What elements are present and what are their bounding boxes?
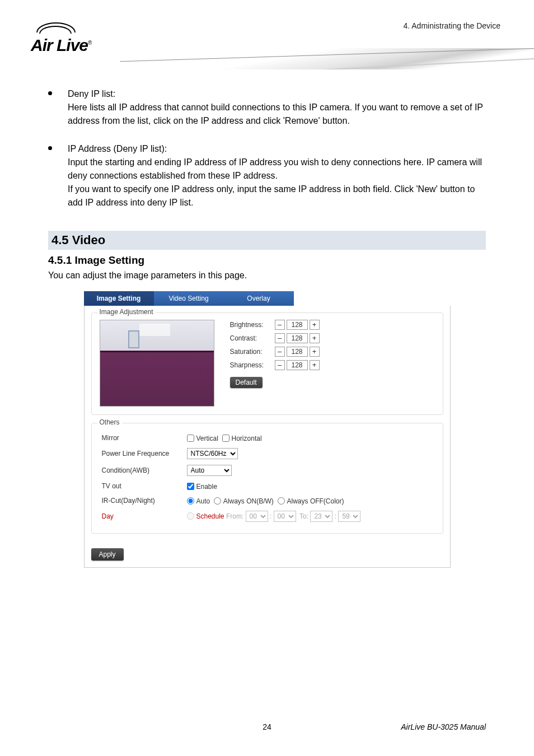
- ir-cut-label: IR-Cut(Day/Night): [101, 494, 185, 507]
- mirror-horizontal-label: Horizontal: [232, 435, 262, 442]
- ir-auto-radio[interactable]: [187, 497, 194, 505]
- day-row: Day Schedule From: 00 : 00 To: 23 : 59: [101, 508, 434, 524]
- camera-preview: [100, 320, 214, 407]
- settings-panel: Image Adjustment Brightness: – 128 +: [84, 306, 451, 568]
- condition-label: Condition(AWB): [101, 463, 185, 478]
- apply-button[interactable]: Apply: [91, 548, 124, 561]
- contrast-decrement[interactable]: –: [275, 333, 285, 343]
- bullet-item: Deny IP list: Here lists all IP address …: [48, 87, 486, 128]
- sharpness-increment[interactable]: +: [310, 360, 320, 370]
- bullet-dot-icon: [48, 146, 52, 150]
- power-line-label: Power Line Frequence: [101, 446, 185, 461]
- to-label: To:: [299, 512, 308, 520]
- fieldset-legend: Others: [97, 418, 122, 426]
- brightness-label: Brightness:: [230, 321, 275, 329]
- bullet-body-text: Here lists all IP address that cannot bu…: [68, 101, 486, 128]
- page-header: 4. Administrating the Device Air Live®: [0, 0, 534, 73]
- mirror-horizontal-checkbox[interactable]: [222, 435, 229, 442]
- fieldset-legend: Image Adjustment: [97, 308, 156, 316]
- to-hour-select[interactable]: 23: [310, 511, 332, 522]
- mirror-vertical-label: Vertical: [196, 435, 218, 442]
- page-content: Deny IP list: Here lists all IP address …: [0, 87, 534, 576]
- sub-heading: 4.5.1 Image Setting: [48, 254, 486, 267]
- bullet-title: Deny IP list:: [68, 87, 486, 101]
- footer-manual-name: AirLive BU-3025 Manual: [401, 722, 486, 731]
- sliders-group: Brightness: – 128 + Contrast: – 128 +: [230, 320, 435, 407]
- ir-always-off-radio[interactable]: [278, 497, 285, 505]
- bullet-item: IP Address (Deny IP list): Input the sta…: [48, 142, 486, 209]
- mirror-vertical-checkbox[interactable]: [187, 435, 194, 442]
- mirror-label: Mirror: [101, 431, 185, 445]
- brightness-row: Brightness: – 128 +: [230, 320, 435, 330]
- logo: Air Live®: [31, 20, 91, 55]
- image-adjustment-fieldset: Image Adjustment Brightness: – 128 +: [91, 312, 443, 415]
- sharpness-row: Sharpness: – 128 +: [230, 360, 435, 370]
- brightness-decrement[interactable]: –: [275, 320, 285, 330]
- tab-bar: Image Setting Video Setting Overlay: [84, 291, 451, 306]
- saturation-label: Saturation:: [230, 348, 275, 356]
- section-heading: 4.5 Video: [48, 231, 486, 250]
- page-footer: 24 AirLive BU-3025 Manual: [0, 722, 534, 731]
- to-min-select[interactable]: 59: [338, 511, 360, 522]
- day-label: Day: [101, 508, 185, 524]
- intro-text: You can adjust the image parameters in t…: [48, 269, 486, 282]
- sharpness-decrement[interactable]: –: [275, 360, 285, 370]
- schedule-label: Schedule: [196, 512, 224, 520]
- tv-out-enable-label: Enable: [196, 483, 217, 491]
- tv-out-row: TV out Enable: [101, 479, 434, 493]
- schedule-radio[interactable]: [187, 512, 194, 520]
- default-button[interactable]: Default: [230, 377, 263, 388]
- logo-text: Air Live®: [31, 36, 91, 55]
- brightness-value[interactable]: 128: [287, 320, 308, 330]
- ir-always-off-label: Always OFF(Color): [287, 497, 344, 505]
- tv-out-checkbox[interactable]: [187, 483, 194, 490]
- from-label: From:: [224, 512, 244, 520]
- header-divider: [120, 48, 534, 69]
- ir-cut-row: IR-Cut(Day/Night) Auto Always ON(B/W) Al…: [101, 494, 434, 507]
- logo-swoosh: [34, 20, 78, 37]
- sharpness-value[interactable]: 128: [287, 360, 308, 370]
- bullet-body-text: Input the starting and ending IP address…: [68, 156, 486, 209]
- others-fieldset: Others Mirror Vertical Horizontal Power …: [91, 423, 443, 534]
- bullet-dot-icon: [48, 91, 52, 95]
- colon: :: [270, 512, 271, 520]
- tab-overlay[interactable]: Overlay: [224, 291, 294, 306]
- breadcrumb: 4. Administrating the Device: [403, 21, 500, 30]
- condition-select[interactable]: Auto: [187, 465, 232, 476]
- saturation-decrement[interactable]: –: [275, 347, 285, 357]
- saturation-increment[interactable]: +: [310, 347, 320, 357]
- mirror-row: Mirror Vertical Horizontal: [101, 431, 434, 445]
- tab-image-setting[interactable]: Image Setting: [84, 291, 154, 306]
- contrast-row: Contrast: – 128 +: [230, 333, 435, 343]
- condition-row: Condition(AWB) Auto: [101, 463, 434, 478]
- power-line-select[interactable]: NTSC/60Hz: [187, 448, 238, 459]
- contrast-value[interactable]: 128: [287, 333, 308, 343]
- sharpness-label: Sharpness:: [230, 361, 275, 369]
- ir-auto-label: Auto: [196, 497, 210, 505]
- colon: :: [335, 512, 336, 520]
- saturation-value[interactable]: 128: [287, 347, 308, 357]
- ir-always-on-radio[interactable]: [214, 497, 221, 505]
- from-min-select[interactable]: 00: [274, 511, 296, 522]
- tab-video-setting[interactable]: Video Setting: [154, 291, 224, 306]
- page-number: 24: [263, 722, 271, 731]
- contrast-label: Contrast:: [230, 334, 275, 342]
- ir-always-on-label: Always ON(B/W): [223, 497, 274, 505]
- contrast-increment[interactable]: +: [310, 333, 320, 343]
- brightness-increment[interactable]: +: [310, 320, 320, 330]
- bullet-title: IP Address (Deny IP list):: [68, 142, 486, 156]
- from-hour-select[interactable]: 00: [246, 511, 268, 522]
- power-line-row: Power Line Frequence NTSC/60Hz: [101, 446, 434, 461]
- settings-panel-screenshot: Image Setting Video Setting Overlay Imag…: [84, 287, 451, 576]
- saturation-row: Saturation: – 128 +: [230, 347, 435, 357]
- tv-out-label: TV out: [101, 479, 185, 493]
